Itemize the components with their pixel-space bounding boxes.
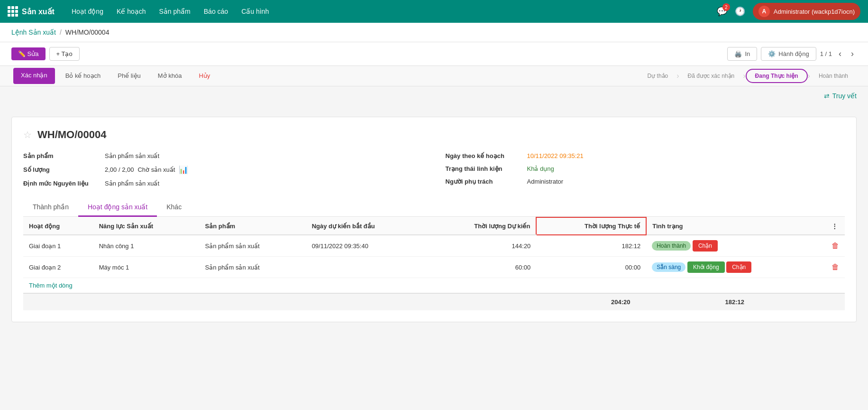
field-nguoi-phu-trach: Người phụ trách Administrator	[446, 178, 845, 185]
action-button[interactable]: ⚙️ Hành động	[761, 47, 816, 61]
row1-tinh-trang: Hoàn thành Chặn	[646, 235, 826, 257]
col-nang-luc: Năng lực Sản xuất	[93, 217, 200, 235]
pipeline: Dự thảo › Đã được xác nhận › Đang Thực h…	[639, 69, 857, 83]
breadcrumb-separator: /	[60, 28, 62, 36]
tab-khac[interactable]: Khác	[157, 198, 191, 217]
field-dinh-muc: Định mức Nguyên liệu Sản phẩm sản xuất	[23, 180, 423, 187]
row2-san-pham: Sản phẩm sản xuất	[200, 257, 306, 278]
table-footer: 204:20 182:12	[23, 293, 845, 310]
field-san-pham: Sản phẩm Sản phẩm sản xuất	[23, 152, 423, 159]
row2-nang-luc: Máy móc 1	[93, 257, 200, 278]
row1-nang-luc: Nhân công 1	[93, 235, 200, 257]
edit-button[interactable]: ✏️ Sửa	[11, 47, 46, 60]
user-label: Administrator (wackp1d7iocn)	[774, 8, 855, 15]
topnav-right: 💬 2 🕐 A Administrator (wackp1d7iocn)	[717, 3, 860, 20]
cancel-button[interactable]: Hủy	[190, 67, 219, 85]
brand-label: Sản xuất	[22, 7, 55, 16]
chan-button-2[interactable]: Chặn	[726, 261, 751, 273]
col-hoat-dong: Hoạt động	[23, 217, 93, 235]
unlock-button[interactable]: Mở khóa	[149, 67, 191, 85]
row1-delete: 🗑	[826, 235, 845, 257]
col-thoi-luong-thuc-te: Thời lượng Thực tế	[536, 217, 646, 235]
pagination-next[interactable]: ›	[848, 48, 857, 60]
tabs: Thành phần Hoạt động sản xuất Khác	[23, 198, 845, 217]
pipeline-step-3: Hoàn thành	[810, 70, 857, 82]
create-button[interactable]: + Tạo	[49, 47, 80, 61]
san-pham-value: Sản phẩm sản xuất	[105, 152, 159, 159]
field-trang-thai: Trạng thái linh kiện Khả dụng	[446, 165, 845, 172]
activity-table: Hoạt động Năng lực Sản xuất Sản phẩm Ngà…	[23, 217, 845, 278]
favorite-icon[interactable]: ☆	[23, 129, 32, 140]
col-thoi-luong-du-kien: Thời lượng Dự kiến	[427, 217, 536, 235]
pagination-label: 1 / 1	[820, 50, 832, 57]
record-card: ☆ WH/MO/00004 Sản phẩm Sản phẩm sản xuất…	[11, 117, 857, 322]
pipeline-step-2: Đang Thực hiện	[746, 69, 808, 83]
breadcrumb: Lệnh Sản xuất / WH/MO/00004	[0, 23, 868, 42]
main-content: ☆ WH/MO/00004 Sản phẩm Sản phẩm sản xuất…	[0, 105, 868, 334]
menu-san-pham[interactable]: Sản phẩm	[154, 5, 196, 18]
top-navigation: Sản xuất Hoạt động Kế hoạch Sản phẩm Báo…	[0, 0, 868, 23]
menu-ke-hoach[interactable]: Kế hoạch	[111, 5, 152, 18]
breadcrumb-parent[interactable]: Lệnh Sản xuất	[11, 28, 56, 36]
truy-vet-icon: ⇄	[824, 92, 830, 100]
record-title: WH/MO/00004	[37, 129, 107, 141]
add-row-link[interactable]: Thêm một dòng	[23, 278, 78, 293]
pagination: 1 / 1 ‹ ›	[820, 48, 857, 60]
user-menu[interactable]: A Administrator (wackp1d7iocn)	[753, 3, 860, 20]
row2-ngay-bat-dau	[306, 257, 427, 278]
toolbar: ✏️ Sửa + Tạo 🖨️ In ⚙️ Hành động 1 / 1 ‹ …	[0, 42, 868, 66]
row2-thuc-te: 00:00	[536, 257, 646, 278]
ngay-ke-hoach-value: 10/11/2022 09:35:21	[527, 152, 584, 159]
fields-grid: Sản phẩm Sản phẩm sản xuất Số lượng 2,00…	[23, 152, 845, 187]
dinh-muc-value: Sản phẩm sản xuất	[105, 180, 159, 187]
col-ngay-bat-dau: Ngày dự kiến bắt đầu	[306, 217, 427, 235]
badge-hoan-thanh: Hoàn thành	[652, 241, 691, 251]
unschedule-button[interactable]: Bỏ kế hoạch	[57, 67, 110, 85]
total-du-kien: 204:20	[611, 298, 630, 306]
table-row: Giai đoạn 1 Nhân công 1 Sản phẩm sản xuấ…	[23, 235, 845, 257]
menu-cau-hinh[interactable]: Cấu hình	[236, 5, 274, 18]
chat-icon[interactable]: 💬 2	[717, 6, 727, 17]
col-san-pham: Sản phẩm	[200, 217, 306, 235]
row2-hoat-dong: Giai đoạn 2	[23, 257, 93, 278]
cho-san-xuat-label: Chờ sản xuất	[137, 166, 175, 173]
qty-row: 2,00 / 2,00 Chờ sản xuất 📊	[105, 165, 188, 174]
field-ngay-ke-hoach: Ngày theo kế hoạch 10/11/2022 09:35:21	[446, 152, 845, 159]
user-avatar: A	[758, 6, 770, 17]
apps-icon[interactable]	[8, 6, 18, 17]
badge-san-sang: Sẵn sàng	[652, 262, 685, 272]
chan-button-1[interactable]: Chặn	[693, 240, 718, 252]
row1-hoat-dong: Giai đoạn 1	[23, 235, 93, 257]
menu-hoat-dong[interactable]: Hoạt động	[66, 5, 109, 18]
tab-thanh-phan[interactable]: Thành phần	[23, 198, 78, 217]
so-luong-value: 2,00 / 2,00	[105, 166, 134, 173]
pipeline-step-0: Dự thảo	[639, 70, 677, 82]
row1-ngay-bat-dau: 09/11/2022 09:35:40	[306, 235, 427, 257]
confirm-button[interactable]: Xác nhận	[13, 68, 55, 84]
delete-button-2[interactable]: 🗑	[831, 263, 839, 271]
scrap-button[interactable]: Phế liệu	[109, 67, 149, 85]
tab-hoat-dong[interactable]: Hoạt động sản xuất	[78, 198, 157, 217]
khoi-dong-button-2[interactable]: Khởi động	[687, 261, 725, 273]
delete-button-1[interactable]: 🗑	[831, 242, 839, 250]
print-button[interactable]: 🖨️ In	[727, 47, 757, 61]
row2-tinh-trang: Sẵn sàng Khởi động Chặn	[646, 257, 826, 278]
status-bar: Xác nhận Bỏ kế hoạch Phế liệu Mở khóa Hủ…	[0, 66, 868, 86]
table-row: Giai đoạn 2 Máy móc 1 Sản phẩm sản xuất …	[23, 257, 845, 278]
nguoi-phu-trach-value: Administrator	[527, 178, 564, 185]
row1-san-pham: Sản phẩm sản xuất	[200, 235, 306, 257]
trang-thai-value: Khả dụng	[527, 165, 554, 172]
truy-vet-row: ⇄ Truy vết	[0, 86, 868, 105]
truy-vet-button[interactable]: ⇄ Truy vết	[824, 92, 857, 100]
print-icon: 🖨️	[734, 50, 742, 57]
col-actions: ⋮	[826, 217, 845, 235]
breadcrumb-current: WH/MO/00004	[65, 28, 110, 36]
forecast-icon[interactable]: 📊	[179, 165, 188, 174]
menu-bao-cao[interactable]: Báo cáo	[198, 5, 234, 18]
pagination-prev[interactable]: ‹	[836, 48, 844, 60]
clock-icon[interactable]: 🕐	[735, 6, 745, 17]
field-so-luong: Số lượng 2,00 / 2,00 Chờ sản xuất 📊	[23, 165, 423, 174]
brand: Sản xuất	[8, 6, 55, 17]
row2-du-kien: 60:00	[427, 257, 536, 278]
pipeline-step-1: Đã được xác nhận	[679, 70, 743, 82]
